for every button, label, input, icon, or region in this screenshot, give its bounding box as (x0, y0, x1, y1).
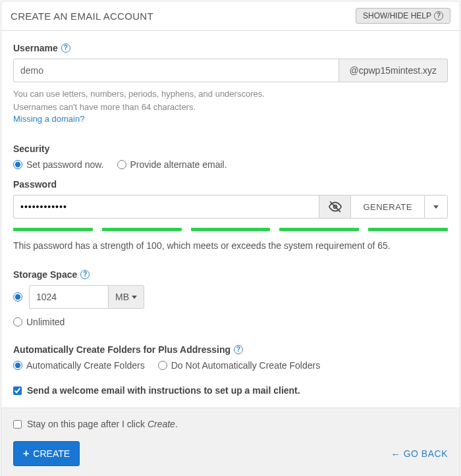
storage-section: Storage Space ? MB Unlimited (13, 269, 448, 327)
radio-storage-unlimited-input[interactable] (13, 317, 22, 327)
create-button[interactable]: + CREATE (13, 441, 80, 466)
password-strength-meter (13, 228, 448, 231)
panel-header: CREATE AN EMAIL ACCOUNT SHOW/HIDE HELP ? (1, 1, 460, 31)
radio-no-auto-create-folders[interactable]: Do Not Automatically Create Folders (158, 360, 320, 371)
stay-on-page-checkbox[interactable] (13, 420, 22, 429)
help-icon[interactable]: ? (80, 270, 90, 279)
storage-value-input[interactable] (29, 285, 108, 309)
password-strength-text: This password has a strength of 100, whi… (13, 240, 448, 251)
create-email-panel: CREATE AN EMAIL ACCOUNT SHOW/HIDE HELP ?… (1, 1, 460, 476)
generate-password-button[interactable]: GENERATE (350, 195, 424, 219)
strength-segment (191, 228, 271, 231)
strength-segment (13, 228, 93, 231)
radio-auto-create-folders-label: Automatically Create Folders (26, 360, 145, 371)
security-label: Security (13, 144, 448, 154)
missing-domain-link[interactable]: Missing a domain? (13, 114, 84, 124)
stay-prefix: Stay on this page after I click (27, 419, 148, 429)
generate-password-dropdown[interactable] (424, 195, 448, 219)
username-label-row: Username ? (13, 43, 448, 53)
arrow-left-icon: ← (391, 448, 401, 460)
go-back-link[interactable]: ← GO BACK (391, 448, 448, 460)
radio-storage-unlimited[interactable]: Unlimited (13, 317, 448, 327)
radio-storage-custom[interactable] (13, 292, 22, 302)
help-icon: ? (434, 11, 443, 20)
stay-em: Create (148, 419, 175, 429)
storage-label-row: Storage Space ? (13, 269, 448, 280)
radio-alternate-email-label: Provide alternate email. (130, 159, 227, 170)
eye-off-icon (329, 200, 342, 213)
username-input[interactable] (13, 59, 339, 82)
radio-storage-unlimited-label: Unlimited (26, 317, 65, 327)
radio-no-auto-create-folders-label: Do Not Automatically Create Folders (171, 360, 320, 371)
username-hint2: Usernames can't have more than 64 charac… (13, 101, 448, 114)
panel-title: CREATE AN EMAIL ACCOUNT (11, 11, 153, 22)
plus-addressing-label-row: Automatically Create Folders for Plus Ad… (13, 344, 448, 355)
strength-segment (279, 228, 359, 231)
storage-unit-dropdown[interactable]: MB (108, 285, 144, 309)
plus-addressing-radio-row: Automatically Create Folders Do Not Auto… (13, 360, 448, 371)
password-input[interactable] (13, 195, 319, 219)
toggle-help-button[interactable]: SHOW/HIDE HELP ? (356, 8, 450, 24)
welcome-email-label: Send a welcome email with instructions t… (27, 385, 300, 396)
username-hint1: You can use letters, numbers, periods, h… (13, 88, 448, 101)
password-input-group: GENERATE (13, 195, 448, 219)
create-button-label: CREATE (33, 448, 70, 459)
password-label: Password (13, 179, 448, 190)
welcome-email-checkbox[interactable] (13, 386, 22, 395)
domain-addon: @cpwp15mintest.xyz (339, 59, 448, 82)
help-icon[interactable]: ? (61, 43, 70, 53)
radio-set-password-now-input[interactable] (13, 160, 22, 169)
strength-segment (102, 228, 182, 231)
radio-no-auto-create-folders-input[interactable] (158, 361, 167, 370)
security-section: Security Set password now. Provide alter… (13, 144, 448, 251)
help-icon[interactable]: ? (234, 345, 243, 354)
toggle-help-label: SHOW/HIDE HELP (363, 11, 431, 20)
welcome-email-checkbox-row[interactable]: Send a welcome email with instructions t… (13, 385, 448, 396)
plus-addressing-section: Automatically Create Folders for Plus Ad… (13, 344, 448, 371)
radio-alternate-email-input[interactable] (117, 160, 126, 169)
radio-auto-create-folders-input[interactable] (13, 361, 22, 370)
chevron-down-icon (433, 205, 439, 209)
plus-icon: + (23, 448, 29, 459)
welcome-email-section: Send a welcome email with instructions t… (13, 385, 448, 396)
go-back-label: GO BACK (404, 448, 448, 459)
radio-set-password-now-label: Set password now. (26, 159, 104, 170)
radio-auto-create-folders[interactable]: Automatically Create Folders (13, 360, 145, 371)
username-input-group: @cpwp15mintest.xyz (13, 59, 448, 82)
radio-set-password-now[interactable]: Set password now. (13, 159, 104, 170)
stay-on-page-label: Stay on this page after I click Create. (27, 419, 178, 429)
username-section: Username ? @cpwp15mintest.xyz You can us… (13, 43, 448, 124)
toggle-password-visibility-button[interactable] (319, 195, 350, 219)
stay-suffix: . (175, 419, 178, 429)
strength-segment (368, 228, 448, 231)
stay-on-page-row[interactable]: Stay on this page after I click Create. (13, 419, 448, 429)
panel-body: Username ? @cpwp15mintest.xyz You can us… (1, 31, 460, 396)
username-label: Username (13, 43, 58, 53)
panel-footer: Stay on this page after I click Create. … (1, 408, 460, 476)
radio-alternate-email[interactable]: Provide alternate email. (117, 159, 227, 170)
storage-unit-label: MB (115, 292, 129, 302)
storage-label: Storage Space (13, 269, 77, 280)
chevron-down-icon (132, 296, 137, 299)
storage-custom-row: MB (13, 285, 448, 309)
footer-actions: + CREATE ← GO BACK (13, 441, 448, 466)
security-radio-row: Set password now. Provide alternate emai… (13, 159, 448, 170)
plus-addressing-label: Automatically Create Folders for Plus Ad… (13, 344, 230, 355)
